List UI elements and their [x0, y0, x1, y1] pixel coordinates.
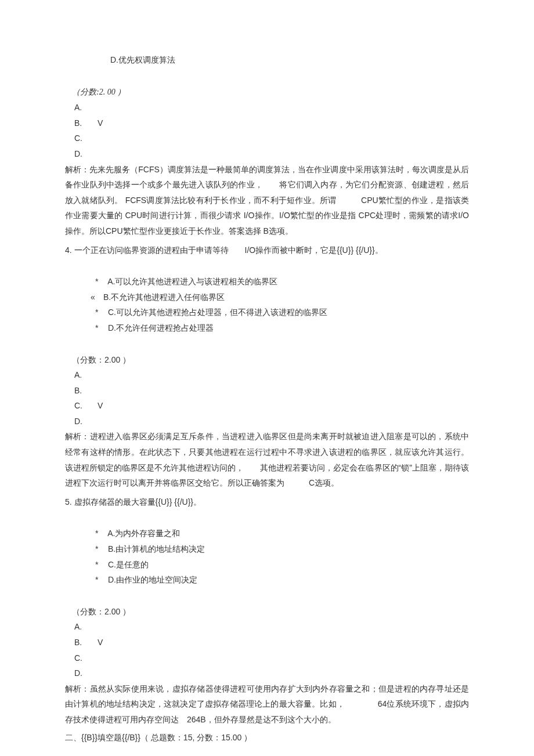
- bullet-icon: *: [95, 274, 106, 290]
- bullet-icon: *: [95, 526, 106, 541]
- q3-option-d: D.优先权调度算法: [65, 52, 469, 68]
- q4-answer-d: D.: [65, 414, 469, 429]
- q5-stem: 5. 虚拟存储器的最大容量{{U}} {{/U}}。: [65, 494, 469, 510]
- bullet-icon: *: [95, 557, 106, 573]
- q4-answer-a: A.: [65, 367, 469, 383]
- q5-answer-b-label: B.: [74, 635, 95, 650]
- q5-option-d: * D.由作业的地址空间决定: [65, 572, 469, 588]
- q4-stem: 4. 一个正在访问临界资源的进程由于申请等待 I/O操作而被中断时，它是{{U}…: [65, 243, 469, 258]
- q5-option-d-text: D.由作业的地址空间决定: [108, 575, 197, 584]
- q3-answer-a: A.: [65, 100, 469, 115]
- q3-analysis: 解析：先来先服务（FCFS）调度算法是一种最简单的调度算法，当在作业调度中采用该…: [65, 162, 469, 239]
- q3-answer-b: B. V: [65, 115, 469, 131]
- bullet-icon: *: [95, 320, 106, 336]
- q3-score: （分数:2. 00 ）: [65, 84, 469, 100]
- bullet-icon: *: [95, 305, 106, 320]
- q5-stem-text: 虚拟存储器的最大容量{{U}} {{/U}}。: [74, 497, 201, 507]
- q5-option-b: * B.由计算机的地址结构决定: [65, 541, 469, 557]
- q3-answer-c: C.: [65, 131, 469, 146]
- q4-option-b-text: B.不允许其他进程进入任何临界区: [103, 292, 225, 302]
- q4-score: （分数：2.00 ）: [65, 352, 469, 368]
- q5-stem-label: 5.: [65, 497, 74, 507]
- q4-option-d-text: D.不允许任何进程抢占处理器: [108, 323, 214, 332]
- q4-stem-text: 一个正在访问临界资源的进程由于申请等待 I/O操作而被中断时，它是{{U}} {…: [74, 245, 383, 255]
- q5-option-c-text: C.是任意的: [108, 560, 149, 569]
- q5-score: （分数：2.00 ）: [65, 604, 469, 620]
- q4-option-a-text: A.可以允许其他进程进入与该进程相关的临界区: [107, 277, 277, 286]
- q4-answer-b: B.: [65, 383, 469, 399]
- q4-answer-c-mark: V: [98, 401, 103, 410]
- q4-option-c-text: C.可以允许其他进程抢占处理器，但不得进入该进程的临界区: [108, 308, 327, 317]
- q5-answer-b-mark: V: [98, 638, 103, 647]
- q5-option-b-text: B.由计算机的地址结构决定: [108, 544, 205, 554]
- q4-answer-c: C. V: [65, 398, 469, 414]
- section2-heading: 二、{{B}}填空题{{/B}}（ 总题数：15, 分数：15.00 ）: [65, 730, 469, 746]
- q5-answer-a: A.: [65, 619, 469, 635]
- q5-answer-c: C.: [65, 650, 469, 666]
- q4-answer-c-label: C.: [74, 398, 95, 414]
- q5-answer-d: D.: [65, 665, 469, 681]
- bullet-icon: *: [95, 572, 106, 588]
- q4-analysis: 解析：进程进入临界区必须满足互斥条件，当进程进入临界区但是尚未离开时就被迫进入阻…: [65, 429, 469, 490]
- q3-answer-b-label: B.: [74, 115, 95, 131]
- q3-answer-b-mark: V: [98, 118, 103, 128]
- q3-answer-d: D.: [65, 146, 469, 162]
- q5-option-a: * A.为内外存容量之和: [65, 526, 469, 541]
- q4-option-b: « B.不允许其他进程进入任何临界区: [65, 290, 469, 305]
- q5-answer-b: B. V: [65, 635, 469, 650]
- bullet-icon: *: [95, 541, 106, 557]
- q3-score-text: （分数:2. 00 ）: [72, 88, 125, 96]
- q4-option-a: * A.可以允许其他进程进入与该进程相关的临界区: [65, 274, 469, 290]
- q4-option-d: * D.不允许任何进程抢占处理器: [65, 320, 469, 336]
- bullet-icon: «: [91, 290, 101, 305]
- q4-stem-label: 4.: [65, 245, 74, 255]
- q5-analysis: 解析：虽然从实际使用来说，虚拟存储器使得进程可使用内存扩大到内外存容量之和；但是…: [65, 681, 469, 728]
- q5-option-a-text: A.为内外存容量之和: [107, 529, 180, 538]
- q4-option-c: * C.可以允许其他进程抢占处理器，但不得进入该进程的临界区: [65, 305, 469, 320]
- q5-option-c: * C.是任意的: [65, 557, 469, 573]
